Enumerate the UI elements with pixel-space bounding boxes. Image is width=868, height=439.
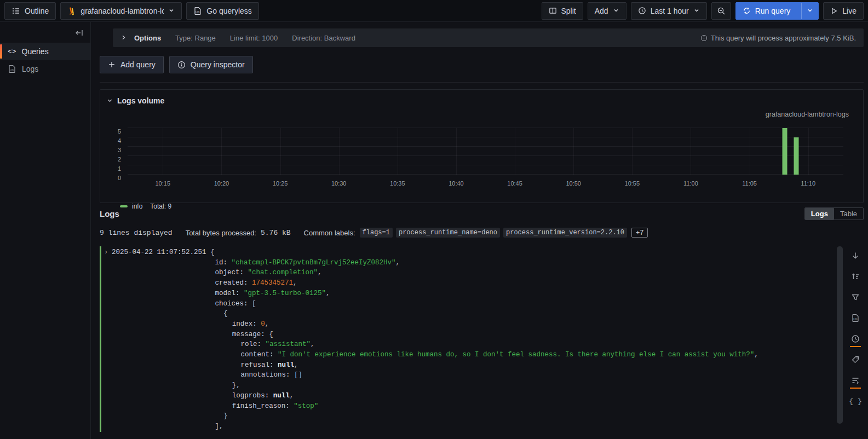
plot-area[interactable]: 01234510:1510:2010:2510:3010:3510:4010:4… [128, 128, 843, 175]
vertical-scrollbar[interactable] [837, 246, 843, 424]
time-range-picker[interactable]: Last 1 hour [631, 2, 707, 20]
split-label: Split [561, 7, 576, 15]
datasource-name: grafanacloud-lambtron-lo [81, 7, 164, 15]
options-direction: Direction: Backward [292, 34, 355, 42]
run-query-button[interactable]: Run query [735, 2, 819, 20]
logs-table-toggle: LogsTable [804, 207, 864, 220]
top-toolbar: Outline grafanacloud-lambtron-lo LOG Go … [0, 0, 868, 22]
show-time-toggle[interactable] [847, 331, 864, 347]
sidebar-item-queries[interactable]: <> Queries [0, 43, 90, 60]
outline-label: Outline [25, 7, 49, 15]
logs-panel: Logs LogsTable 9 lines displayed Total b… [100, 207, 864, 435]
run-query-label: Run query [755, 7, 791, 15]
log-level-bar-info [100, 246, 101, 432]
query-size-estimate: This query will process approximately 7.… [700, 34, 856, 42]
prettify-json-toggle[interactable]: { } [847, 393, 864, 409]
clock-icon [638, 7, 646, 15]
info-circle-icon [177, 61, 186, 69]
add-query-button[interactable]: Add query [100, 56, 164, 73]
labels-toggle[interactable] [847, 351, 864, 368]
sidebar-item-logs[interactable]: LOG Logs [0, 60, 90, 78]
log-open-brace: { [206, 249, 215, 256]
code-icon: <> [8, 48, 16, 56]
chevron-down-icon [807, 7, 813, 15]
expand-log-icon[interactable]: › [104, 247, 108, 258]
scroll-to-bottom-button[interactable] [847, 247, 864, 264]
more-labels-button[interactable]: +7 [631, 228, 648, 238]
log-json-lines: id: "chatcmpl-BPCK7pvtnBm7gLrvj52eeIyZ08… [112, 258, 864, 432]
chevron-down-icon [168, 7, 175, 15]
logs-doc-icon: LOG [193, 7, 202, 15]
time-range-label: Last 1 hour [651, 7, 689, 15]
volume-bar [782, 128, 787, 175]
sidebar-item-label: Logs [22, 65, 38, 73]
chevron-down-icon [613, 7, 619, 15]
go-queryless-label: Go queryless [206, 7, 251, 15]
svg-text:LOG: LOG [10, 68, 14, 71]
options-type: Type: Range [175, 34, 216, 42]
chevron-down-icon [693, 7, 700, 15]
logs-volume-title: Logs volume [117, 96, 164, 105]
plus-icon [108, 61, 116, 68]
common-label-chip: process_runtime_version=2.2.10 [503, 228, 627, 238]
query-inspector-button[interactable]: Query inspector [169, 56, 253, 73]
play-icon [830, 7, 838, 15]
common-label-chip: process_runtime_name=deno [396, 228, 500, 238]
logs-controls-rail: LOG { } [847, 247, 864, 409]
info-circle-icon [700, 34, 708, 42]
options-title: Options [134, 34, 161, 42]
split-button[interactable]: Split [542, 2, 583, 20]
outline-button[interactable]: Outline [4, 2, 56, 20]
logs-scroll-area: ›2025-04-22 11:07:52.251 { id: "chatcmpl… [100, 245, 864, 435]
outline-icon [12, 7, 20, 15]
zoom-out-button[interactable] [711, 2, 731, 20]
common-labels-chips: flags=1process_runtime_name=denoprocess_… [360, 228, 628, 238]
collapse-sidebar-button[interactable] [75, 28, 84, 37]
log-row[interactable]: ›2025-04-22 11:07:52.251 { id: "chatcmpl… [100, 245, 864, 432]
go-queryless-button[interactable]: LOG Go queryless [186, 2, 258, 20]
explore-sidebar: <> Queries LOG Logs [0, 22, 91, 439]
svg-text:LOG: LOG [196, 10, 200, 13]
run-query-caret[interactable] [801, 3, 818, 19]
add-query-label: Add query [120, 60, 156, 69]
query-options-row[interactable]: Options Type: Range Line limit: 1000 Dir… [113, 28, 864, 47]
explore-main: Options Type: Range Line limit: 1000 Dir… [91, 22, 868, 439]
logs-doc-button[interactable]: LOG [847, 310, 864, 326]
loki-logo-icon [67, 7, 76, 15]
datasource-picker[interactable]: grafanacloud-lambtron-lo [60, 2, 182, 20]
live-button[interactable]: Live [823, 2, 864, 20]
chevron-right-icon [120, 34, 127, 42]
lines-displayed: 9 lines displayed [100, 229, 173, 237]
query-inspector-label: Query inspector [191, 60, 245, 69]
log-timestamp: 2025-04-22 11:07:52.251 [112, 249, 206, 256]
logs-panel-title: Logs [100, 209, 119, 218]
sync-icon [743, 7, 751, 15]
common-label-chip: flags=1 [360, 228, 393, 238]
toggle-logs[interactable]: Logs [805, 208, 834, 220]
sidebar-item-label: Queries [22, 47, 49, 56]
grafana-explore-app: Outline grafanacloud-lambtron-lo LOG Go … [0, 0, 868, 439]
zoom-out-icon [717, 7, 726, 15]
logs-meta-row: 9 lines displayed Total bytes processed:… [100, 228, 864, 238]
options-line-limit: Line limit: 1000 [230, 34, 278, 42]
wrap-lines-toggle[interactable] [847, 372, 864, 389]
live-label: Live [842, 7, 856, 15]
split-icon [549, 7, 557, 15]
run-query-main[interactable]: Run query [736, 3, 797, 19]
toggle-table[interactable]: Table [834, 208, 863, 220]
common-labels-label: Common labels: [304, 229, 355, 237]
svg-text:LOG: LOG [853, 317, 858, 320]
chart-series-title: grafanacloud-lambtron-logs [766, 111, 849, 118]
logs-volume-header[interactable]: Logs volume [107, 96, 856, 105]
logs-doc-icon: LOG [8, 65, 16, 73]
add-label: Add [595, 7, 608, 15]
volume-bar [794, 137, 799, 175]
filter-button[interactable] [847, 289, 864, 305]
bytes-processed-value: 5.76 kB [261, 229, 291, 237]
add-button[interactable]: Add [588, 2, 626, 20]
chevron-down-icon [107, 96, 113, 105]
bytes-processed-label: Total bytes processed: [186, 229, 256, 237]
query-editor-section: Options Type: Range Line limit: 1000 Dir… [100, 22, 864, 83]
logs-volume-panel: Logs volume grafanacloud-lambtron-logs 0… [100, 89, 864, 203]
sort-order-button[interactable] [847, 268, 864, 285]
